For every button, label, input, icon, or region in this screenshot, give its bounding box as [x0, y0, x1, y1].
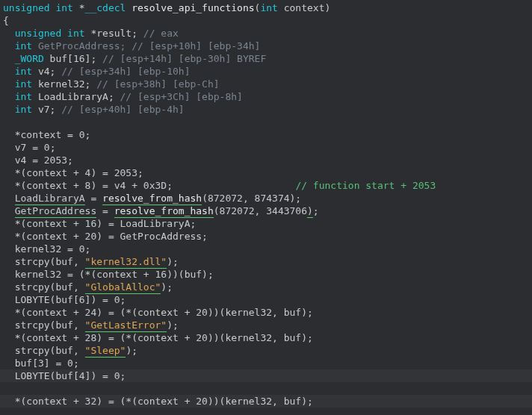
code-line[interactable]: int kernel32; // [esp+38h] [ebp-Ch]	[3, 78, 220, 90]
code-line[interactable]: _WORD buf[16]; // [esp+14h] [ebp-30h] BY…	[3, 53, 266, 64]
code-token[interactable]: // [esp+10h] [ebp-34h]	[132, 40, 260, 52]
code-line[interactable]: int GetProcAddress; // [esp+10h] [ebp-34…	[3, 40, 260, 52]
code-line[interactable]: *(context + 32) = (*(context + 20))(kern…	[0, 395, 532, 408]
code-token[interactable]: // [esp+3Ch] [ebp-8h]	[120, 91, 243, 102]
code-token[interactable]: 28	[85, 332, 97, 343]
code-token[interactable]: 20	[196, 396, 208, 407]
code-token[interactable]: "GlobalAlloc"	[85, 281, 161, 294]
code-token[interactable]: );	[167, 256, 179, 267]
code-line[interactable]: *(context + 16) = LoadLibraryA;	[3, 218, 196, 229]
code-token[interactable]	[3, 78, 15, 90]
code-token[interactable]: ,	[243, 193, 255, 204]
code-token[interactable]: *(context +	[3, 396, 85, 407]
code-token[interactable]: "Sleep"	[85, 345, 126, 358]
code-token[interactable]: int	[15, 78, 32, 90]
code-token[interactable]: 16	[155, 269, 167, 280]
code-token[interactable]: =	[96, 205, 114, 216]
code-token[interactable]: "kernel32.dll"	[85, 256, 167, 269]
code-token[interactable]: ;	[120, 370, 126, 381]
code-token[interactable]: strcpy(buf,	[3, 345, 85, 356]
code-token[interactable]: LoadLibraryA;	[32, 91, 120, 102]
code-line[interactable]: LoadLibraryA = resolve_from_hash(872072,…	[3, 193, 301, 205]
code-line[interactable]: v4 = 2053;	[3, 155, 73, 166]
code-token[interactable]: ) = (*(context +	[96, 307, 196, 318]
code-line[interactable]: {	[3, 15, 9, 26]
code-token[interactable]: (	[202, 193, 208, 204]
code-token[interactable]: ))(kernel32, buf);	[208, 332, 313, 343]
code-token[interactable]	[3, 104, 15, 115]
code-line[interactable]: strcpy(buf, "kernel32.dll");	[3, 256, 179, 269]
code-token[interactable]: ];	[85, 53, 102, 64]
code-token[interactable]: LOBYTE(buf[	[3, 294, 79, 305]
code-token[interactable]: // [esp+38h] [ebp-Ch]	[96, 78, 219, 90]
code-token[interactable]: *context =	[3, 129, 79, 140]
code-token[interactable]: 0x3D	[143, 180, 167, 191]
code-token[interactable]: 0	[79, 129, 85, 140]
code-token[interactable]: 3	[38, 358, 44, 369]
code-token[interactable]: int	[260, 2, 277, 13]
code-token[interactable]: LOBYTE(buf[	[3, 370, 79, 381]
code-line[interactable]: unsigned int *result; // eax	[3, 28, 179, 39]
code-token[interactable]: ))(kernel32, buf);	[208, 396, 313, 407]
code-token[interactable]	[3, 40, 15, 52]
code-token[interactable]: ;	[120, 294, 126, 305]
code-line[interactable]: *context = 0;	[3, 129, 90, 140]
code-token[interactable]: ,	[255, 205, 267, 216]
code-token[interactable]: int	[15, 66, 32, 77]
code-token[interactable]: // eax	[143, 28, 179, 39]
code-token[interactable]: ]) =	[85, 370, 114, 381]
code-token[interactable]: resolve_api_functions	[132, 2, 254, 13]
code-token[interactable]: v7;	[32, 104, 61, 115]
code-token[interactable]: _WORD	[15, 53, 44, 64]
code-line[interactable]: *(context + 28) = (*(context + 20))(kern…	[3, 332, 313, 343]
code-token[interactable]: ;	[67, 155, 73, 166]
code-token[interactable]: ) =	[90, 167, 114, 178]
code-line[interactable]: *(context + 8) = v4 + 0x3D; // function …	[3, 180, 436, 191]
code-token[interactable]: );	[126, 345, 137, 356]
code-token[interactable]	[3, 116, 9, 128]
code-token[interactable]: ;	[313, 205, 319, 216]
code-token[interactable]: GetProcAddress;	[32, 40, 132, 52]
code-token[interactable]: 2053	[114, 167, 137, 178]
code-token[interactable]: int	[15, 91, 32, 102]
code-token[interactable]	[173, 180, 295, 191]
code-token[interactable]: ) = (*(context +	[96, 332, 196, 343]
code-token[interactable]: v7 =	[3, 142, 44, 153]
code-token[interactable]: LoadLibraryA	[15, 193, 85, 205]
code-token[interactable]: ;	[85, 129, 91, 140]
code-line[interactable]: int v7; // [esp+40h] [ebp-4h]	[3, 104, 185, 115]
code-line[interactable]: *(context + 24) = (*(context + 20))(kern…	[3, 307, 313, 318]
code-token[interactable]: ;	[137, 167, 143, 178]
code-token[interactable]: 0	[67, 358, 73, 369]
code-token[interactable]: strcpy(buf,	[3, 256, 85, 267]
code-token[interactable]: ))(buf);	[167, 269, 214, 280]
code-token[interactable]: ) = (*(context +	[96, 396, 196, 407]
code-token[interactable]: 3443706	[266, 205, 307, 216]
code-token[interactable]: ) = LoadLibraryA;	[96, 218, 196, 229]
code-token[interactable]: 6	[79, 294, 85, 305]
code-token[interactable]: *(context +	[3, 167, 85, 178]
code-line[interactable]: *(context + 4) = 2053;	[3, 167, 143, 178]
code-token[interactable]: *(context +	[3, 231, 85, 242]
code-token[interactable]: 32	[85, 396, 97, 407]
code-token[interactable]: 0	[114, 294, 120, 305]
code-token[interactable]: );	[290, 193, 302, 204]
code-token[interactable]: ) = GetProcAddress;	[96, 231, 208, 242]
code-token[interactable]: // [esp+14h] [ebp-30h] BYREF	[102, 53, 266, 64]
code-token[interactable]: ;	[50, 142, 56, 153]
code-token[interactable]: strcpy(buf,	[3, 319, 85, 331]
code-token[interactable]: (	[214, 205, 220, 216]
code-line[interactable]: LOBYTE(buf[6]) = 0;	[3, 294, 126, 305]
code-line[interactable]: int v4; // [esp+34h] [ebp-10h]	[3, 66, 190, 77]
code-token[interactable]: *(context +	[3, 332, 85, 343]
code-token[interactable]: int	[15, 40, 32, 52]
code-token[interactable]: 874374	[255, 193, 290, 204]
code-token[interactable]: *(context +	[3, 218, 85, 229]
code-token[interactable]: =	[85, 193, 102, 204]
code-token[interactable]: ) = v4 +	[90, 180, 143, 191]
code-token[interactable]: {	[3, 15, 9, 26]
code-token[interactable]: // [esp+40h] [ebp-4h]	[61, 104, 184, 115]
code-line[interactable]: buf[3] = 0;	[3, 358, 79, 369]
code-token[interactable]: ;	[85, 243, 91, 255]
code-token[interactable]: 0	[114, 370, 120, 381]
